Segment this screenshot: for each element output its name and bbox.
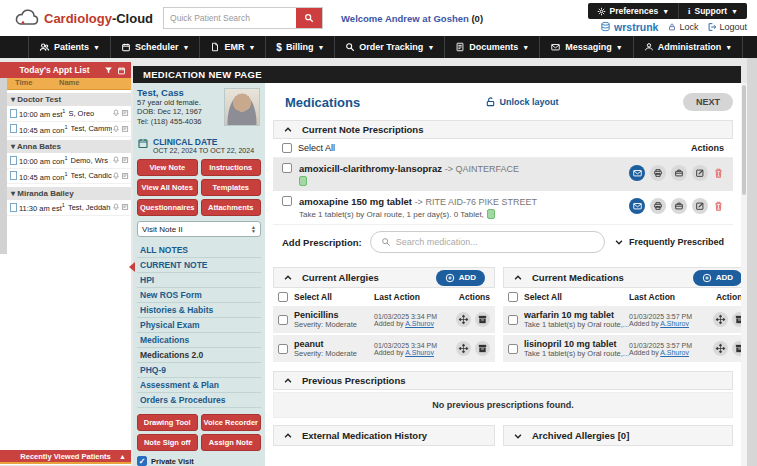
row-checkbox[interactable] [278,344,288,354]
pharmacy-button[interactable] [671,198,687,214]
note-button-questionnaires[interactable]: Questionnaires [137,199,198,216]
send-rx-button[interactable] [629,165,645,181]
print-rx-button[interactable] [650,198,666,214]
add-prescription-row: Add Prescription: Frequently Prescribed [273,224,733,260]
move-button[interactable] [456,312,471,327]
unlock-layout-button[interactable]: Unlock layout [485,96,559,108]
select-all-checkbox[interactable] [282,143,292,153]
provider-group-header[interactable]: ▾ Doctor Test [7,93,131,106]
note-link-physical-exam[interactable]: Physical Exam [137,318,261,333]
added-by-link[interactable]: A.Shurov [405,349,434,356]
move-button[interactable] [456,341,471,356]
lock-button[interactable]: Lock [667,22,698,32]
tool-button-note-sign-off[interactable]: Note Sign off [137,434,198,451]
nav-item-messaging[interactable]: Messaging▼ [539,36,632,58]
archive-button[interactable] [475,341,490,356]
delete-rx-button[interactable] [713,200,724,212]
visit-note-select[interactable]: Visit Note II ▲▼ [137,221,261,237]
note-link-histories-habits[interactable]: Histories & Habits [137,303,261,318]
archive-button[interactable] [732,341,741,356]
added-by-link[interactable]: A.Shurov [660,349,689,356]
filter-icon[interactable] [104,66,113,75]
logout-button[interactable]: Logout [707,22,747,32]
section-previous-prescriptions[interactable]: Previous Prescriptions [273,371,733,390]
trash-icon [713,200,724,212]
note-link-all-notes[interactable]: ALL NOTES [137,243,261,258]
nav-item-documents[interactable]: Documents▼ [444,36,539,58]
note-link-medications-2-0[interactable]: Medications 2.0 [137,348,261,363]
note-link-assessment-plan[interactable]: Assessment & Plan [137,378,261,393]
current-user[interactable]: wrstrunk [600,21,658,33]
section-external-medication-history[interactable]: External Medication History [273,425,495,446]
note-button-templates[interactable]: Templates [201,179,262,196]
note-link-new-ros-form[interactable]: New ROS Form [137,288,261,303]
calendar-icon[interactable] [117,66,126,75]
select-all-checkbox[interactable] [508,292,518,302]
section-archived-allergies[interactable]: Archived Allergies [0] [503,425,733,446]
support-button[interactable]: i Support▼ [678,3,747,19]
frequently-prescribed-button[interactable]: Frequently Prescribed [614,237,724,247]
rx-checkbox[interactable] [282,163,292,173]
medication-search-input[interactable] [396,237,594,247]
tool-button-drawing-tool[interactable]: Drawing Tool [137,414,198,431]
select-all-checkbox[interactable] [278,292,288,302]
section-current-medications[interactable]: Current Medications ADD [503,267,741,288]
note-button-attachments[interactable]: Attachments [201,199,262,216]
note-link-phq-9[interactable]: PHQ-9 [137,363,261,378]
recently-viewed-bar[interactable]: Recently Viewed Patients ▲ [0,450,131,464]
archive-button[interactable] [475,312,490,327]
tool-button-assign-note[interactable]: Assign Note [201,434,262,451]
note-checkbox-private-visit[interactable]: ✓Private Visit [137,456,261,466]
add-current-allergies-button[interactable]: ADD [436,270,485,286]
appointment-row[interactable]: 10:00 am con1 Demo, Wrs [7,153,131,169]
preferences-button[interactable]: Preferences▼ [588,3,679,19]
appointment-row[interactable]: 10:45 am con1 Test, Cammy [7,122,131,138]
next-button[interactable]: NEXT [683,93,733,111]
note-link-current-note[interactable]: CURRENT NOTE [137,258,261,273]
nav-item-administration[interactable]: Administration▼ [633,36,743,58]
added-by-link[interactable]: A.Shurov [405,320,434,327]
tool-button-voice-recorder[interactable]: Voice Recorder [201,414,262,431]
note-button-instructions[interactable]: Instructions [201,159,262,176]
row-checkbox[interactable] [508,315,518,325]
note-link-medications[interactable]: Medications [137,333,261,348]
quick-search-button[interactable] [296,8,322,28]
note-button-view-note[interactable]: View Note [137,159,198,176]
edit-rx-button[interactable] [692,165,708,181]
section-current-allergies[interactable]: Current Allergies ADD [273,267,495,288]
note-doc-icon [10,203,17,212]
checkbox[interactable]: ✓ [137,456,147,466]
appointment-row[interactable]: 11:30 am est1 Test, Jeddah [7,200,131,216]
nav-item-scheduler[interactable]: Scheduler▼ [110,36,199,58]
nav-item-patients[interactable]: Patients▼ [28,36,110,58]
row-checkbox[interactable] [278,315,288,325]
send-rx-button[interactable] [629,198,645,214]
appointment-row[interactable]: 10:00 am est1 S, Oreo [7,106,131,122]
nav-item-emr[interactable]: EMR▼ [199,36,265,58]
archive-button[interactable] [732,312,741,327]
edit-rx-button[interactable] [692,198,708,214]
scrollbar-thumb[interactable] [742,85,746,195]
print-rx-button[interactable] [650,165,666,181]
collapse-panel-arrow[interactable] [129,262,135,272]
current-medications-card: Current Medications ADD Select All Last … [503,260,741,364]
nav-item-order-tracking[interactable]: Order Tracking▼ [334,36,444,58]
move-button[interactable] [713,312,728,327]
rx-checkbox[interactable] [282,196,292,206]
note-link-orders-procedures[interactable]: Orders & Procedures [137,393,261,408]
provider-group-header[interactable]: ▾ Anna Bates [7,140,131,153]
delete-rx-button[interactable] [713,167,724,179]
pharmacy-button[interactable] [671,165,687,181]
added-by-link[interactable]: A.Shurov [660,320,689,327]
note-link-hpi[interactable]: HPI [137,273,261,288]
chevron-up-icon [283,431,293,441]
note-button-view-all-notes[interactable]: View All Notes [137,179,198,196]
move-button[interactable] [713,341,728,356]
add-current-medications-button[interactable]: ADD [693,270,741,286]
appointment-row[interactable]: 10:45 am con1 Test, Candice [7,169,131,185]
quick-search-input[interactable] [164,8,296,28]
section-current-note-prescriptions[interactable]: Current Note Prescriptions [273,120,733,139]
nav-item-billing[interactable]: $Billing▼ [265,36,334,58]
row-checkbox[interactable] [508,344,518,354]
provider-group-header[interactable]: ▾ Miranda Bailey [7,187,131,200]
